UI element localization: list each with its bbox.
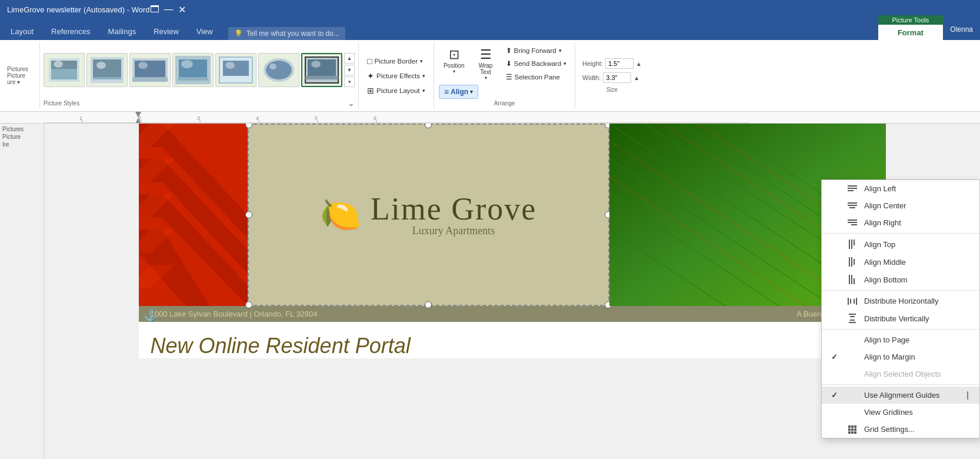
svg-text:3: 3 [197,115,200,121]
handle-ml [245,211,252,218]
restore-icon[interactable]: 🗖 [150,4,159,15]
align-button[interactable]: ≡ Align ▾ [439,85,478,99]
width-spin-up[interactable]: ▲ [634,75,639,81]
size-label: Size [582,87,642,93]
selection-pane-button[interactable]: ☰ Selection Pane [502,71,571,83]
gallery-expand-arrow[interactable]: ▾ [344,76,355,87]
picture-layout-button[interactable]: ⊞ Picture Layout ▾ [364,84,429,97]
distribute-vertically-item[interactable]: Distribute Vertically [822,310,979,327]
logo-lime-grove: Lime Grove [371,193,536,225]
use-alignment-guides-item[interactable]: ✓ Use Alignment Guides | [822,387,979,404]
picture-effects-arrow: ▾ [422,73,425,79]
align-center-item[interactable]: Align Center [822,197,979,214]
ure-dropdown[interactable]: ure ▾ [7,79,37,85]
gallery-up-arrow[interactable]: ▲ [344,53,355,64]
svg-rect-86 [854,299,855,304]
position-button[interactable]: ⊡ Position ▾ [439,45,469,83]
gallery-scroll-arrows: ▲ ▼ ▾ [344,53,355,87]
red-pattern-bg [139,124,248,306]
svg-rect-76 [854,240,855,245]
svg-rect-80 [849,275,850,284]
align-top-item[interactable]: Align Top [822,235,979,253]
minimize-icon[interactable]: — [164,4,174,15]
distribute-h-icon [846,298,858,305]
picture-style-3[interactable] [129,53,171,87]
picture-border-arrow: ▾ [420,58,423,64]
separator-4 [822,384,979,385]
picture-style-7[interactable] [301,53,342,87]
width-input[interactable] [603,72,631,83]
align-top-icon [846,240,858,249]
logo-leaf-icon: 🍋 [320,198,361,231]
use-alignment-guides-check: ✓ [831,391,841,400]
svg-text:6: 6 [374,115,376,121]
align-center-icon [846,202,858,210]
align-right-item[interactable]: Align Right [822,214,979,231]
svg-rect-90 [850,320,855,321]
height-row: Height: ▲ [582,58,642,69]
tab-review[interactable]: Review [145,22,187,40]
title-bar: LimeGrove newsletter (Autosaved) - Word … [0,0,980,19]
picture-styles-section: ▲ ▼ ▾ Picture Styles ⌄ [40,42,359,109]
align-left-icon [846,185,858,193]
grid-settings-item[interactable]: Grid Settings... [822,421,979,438]
picture-tools-label: Picture Tools [878,15,944,25]
align-to-margin-check: ✓ [831,352,841,361]
sidebar-picture: Picture [2,134,21,140]
search-text[interactable]: Tell me what you want to do... [246,29,339,38]
height-input[interactable] [605,58,634,69]
window-controls[interactable]: 🗖 — ✕ [150,4,186,15]
picture-effects-button[interactable]: ✦ Picture Effects ▾ [364,69,429,82]
tab-mailings[interactable]: Mailings [100,22,145,40]
view-gridlines-item[interactable]: View Gridlines [822,404,979,421]
align-bottom-icon [846,275,858,284]
picture-styles-expand[interactable]: ⌄ [348,98,355,108]
svg-rect-96 [854,428,856,431]
picture-style-5[interactable] [215,53,256,87]
align-left-item[interactable]: Align Left [822,180,979,197]
gallery-down-arrow[interactable]: ▼ [344,65,355,75]
send-backward-button[interactable]: ⬇ Send Backward ▾ [502,58,571,69]
align-to-margin-item[interactable]: ✓ Align to Margin [822,348,979,365]
picture-label: Picture [7,72,37,79]
arrange-buttons-row: ⊡ Position ▾ ☰ Wrap Text ▾ ⬆ Bring Forwa… [439,45,570,83]
align-right-check [831,218,841,227]
picture-layout-arrow: ▾ [422,88,425,94]
svg-rect-92 [851,425,854,428]
sidebar-ure-dropdown[interactable]: Ire [2,141,9,148]
tab-view[interactable]: View [188,22,221,40]
picture-style-1[interactable] [44,53,85,87]
align-bottom-item[interactable]: Align Bottom [822,271,979,288]
tab-references[interactable]: References [43,22,98,40]
align-bottom-check [831,275,841,284]
newsletter-header: ⊞ 🍋 Lime Grove Luxury Apartments [139,124,886,306]
svg-rect-71 [848,219,857,221]
tab-layout[interactable]: Layout [2,22,42,40]
tab-format[interactable]: Format [878,25,944,40]
height-spin-up[interactable]: ▲ [636,61,642,67]
align-middle-item[interactable]: Align Middle [822,253,979,271]
wrap-text-button[interactable]: ☰ Wrap Text ▾ [472,45,500,83]
bring-forward-button[interactable]: ⬆ Bring Forward ▾ [502,45,571,56]
cursor-indicator: | [966,390,969,400]
svg-rect-26 [305,76,338,79]
lime-grove-logo[interactable]: ⊞ 🍋 Lime Grove Luxury Apartments [248,124,609,306]
svg-rect-66 [848,188,857,189]
distribute-v-label: Distribute Vertically [864,314,929,323]
svg-rect-72 [848,222,857,223]
logo-text: Lime Grove Luxury Apartments [371,193,536,237]
picture-border-button[interactable]: □ Picture Border ▾ [364,55,429,68]
sidebar-labels: Pictures Picture ure ▾ [5,42,40,109]
picture-style-6[interactable] [258,53,299,87]
close-icon[interactable]: ✕ [178,4,186,15]
user-label: Olenna [943,25,980,34]
picture-style-2[interactable] [86,53,128,87]
svg-rect-81 [851,275,852,284]
align-arrow: ▾ [470,89,473,95]
align-to-page-item[interactable]: Align to Page [822,331,979,348]
separator-1 [822,233,979,234]
distribute-horizontally-item[interactable]: Distribute Horizontally [822,292,979,310]
picture-style-4[interactable] [172,53,214,87]
use-alignment-guides-label: Use Alignment Guides [864,391,940,400]
separator-2 [822,290,979,291]
